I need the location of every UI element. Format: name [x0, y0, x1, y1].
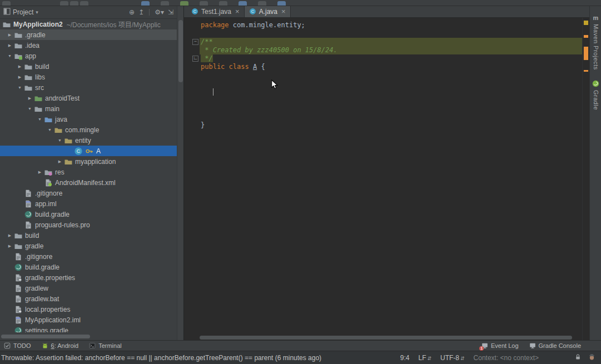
tree-row-entity[interactable]: ▼entity [0, 135, 177, 146]
scrollbar-thumb[interactable] [200, 336, 572, 340]
toolwindow-button-android[interactable]: 6: Android [41, 342, 79, 350]
tree-row-res[interactable]: ▶res [0, 167, 177, 177]
editor-horizontal-scrollbar[interactable] [200, 336, 580, 340]
tree-row-main[interactable]: ▼main [0, 103, 177, 114]
chevron-down-icon[interactable]: ▼ [16, 86, 24, 89]
code-line-13[interactable]: } [200, 121, 583, 129]
chevron-down-icon[interactable]: ▼ [56, 138, 64, 142]
lock-icon[interactable] [574, 353, 582, 362]
right-toolwindow-bar: m Maven Projects Gradle [589, 6, 601, 340]
tree-row-myapplication2-iml[interactable]: MyApplication2.iml [0, 315, 177, 325]
code-content[interactable]: package com.mingle.entity;/** * Created … [200, 18, 583, 335]
tab-test1-java[interactable]: CTest1.java× [187, 6, 245, 17]
tree-row-build[interactable]: ▶build [0, 61, 177, 72]
settings-target-icon[interactable]: ⊕ [129, 9, 135, 16]
tree-row-myapplication2[interactable]: MyApplication2~/Documents/ios 项目/MyAppli… [0, 19, 177, 29]
code-line-6[interactable]: public class A { [200, 63, 583, 71]
close-tab-icon[interactable]: × [281, 7, 286, 16]
line-separator-widget[interactable]: LF⇵ [418, 354, 431, 362]
gear-icon[interactable]: ⚙▾ [155, 9, 164, 16]
svg-text:C: C [77, 148, 81, 154]
tree-row-build[interactable]: ▶build [0, 230, 177, 241]
collapse-all-icon[interactable]: ↥ [138, 9, 144, 16]
code-line-8[interactable] [200, 79, 583, 88]
chevron-right-icon[interactable]: ▶ [16, 64, 24, 69]
chevron-right-icon[interactable]: ▶ [6, 233, 14, 238]
tree-row-gitignore[interactable]: .gitignore [0, 251, 177, 262]
fold-marker-icon[interactable]: − [192, 39, 198, 45]
hector-inspector-icon[interactable] [588, 353, 595, 362]
tree-row-myapplication[interactable]: ▶myapplication [0, 156, 177, 167]
tree-row-app-iml[interactable]: app.iml [0, 198, 177, 209]
event-log-badge: 1 [479, 346, 484, 351]
project-panel-title[interactable]: Project [13, 8, 33, 16]
tree-row-idea[interactable]: ▶.idea [0, 40, 177, 51]
toolwindow-button-gradle-console[interactable]: Gradle Console [529, 342, 581, 350]
chevron-right-icon[interactable]: ▶ [6, 33, 14, 37]
toolwindow-button-maven[interactable]: m Maven Projects [593, 6, 599, 70]
tab-a-java[interactable]: CA.java× [245, 6, 291, 17]
toolwindow-button-terminal[interactable]: Terminal [88, 342, 122, 350]
tree-row-gitignore[interactable]: .gitignore [0, 188, 177, 198]
chevron-right-icon[interactable]: ▶ [36, 170, 44, 174]
tree-row-libs[interactable]: ▶libs [0, 72, 177, 82]
tree-row-settings-gradle[interactable]: settings.gradle [0, 325, 177, 332]
context-widget[interactable]: Context: <no context> [474, 354, 539, 362]
code-line-4[interactable]: * Created by zzz40500 on 15/8/24. [200, 46, 583, 54]
chevron-down-icon[interactable]: ▼ [6, 54, 14, 58]
chevron-right-icon[interactable]: ▶ [6, 244, 14, 248]
hide-panel-icon[interactable]: ⇲ [168, 9, 173, 16]
code-token: com.mingle.entity; [233, 21, 305, 29]
scrollbar-thumb[interactable] [178, 20, 183, 82]
code-line-9[interactable] [200, 88, 583, 96]
toolwindow-button-todo[interactable]: TODO [3, 342, 31, 350]
chevron-right-icon[interactable]: ▶ [26, 96, 34, 101]
encoding-widget[interactable]: UTF-8⇵ [440, 354, 465, 362]
tree-row-proguard-rules-pro[interactable]: proguard-rules.pro [0, 220, 177, 230]
tree-row-androidtest[interactable]: ▶androidTest [0, 93, 177, 103]
tree-row-gradle[interactable]: ▶.gradle [0, 29, 177, 40]
tree-row-build-gradle[interactable]: build.gradle [0, 209, 177, 220]
chevron-down-icon[interactable]: ▾ [36, 9, 38, 15]
tree-row-app[interactable]: ▼app [0, 51, 177, 61]
chevron-right-icon[interactable]: ▶ [56, 159, 64, 164]
file-text-icon [24, 189, 33, 198]
scrollbar-thumb[interactable] [1, 335, 90, 338]
toolwindow-button-event-log[interactable]: 1 Event Log [481, 342, 519, 350]
status-message[interactable]: Throwable: Assertion failed: anchorBefor… [1, 354, 321, 362]
project-path: ~/Documents/ios 项目/MyApplic [67, 19, 161, 29]
tree-row-java[interactable]: ▼java [0, 114, 177, 124]
fold-marker-icon[interactable]: ∟ [192, 56, 198, 62]
tree-row-androidmanifest-xml[interactable]: AndroidManifest.xml [0, 177, 177, 188]
code-line-5[interactable]: */ [200, 54, 583, 63]
code-editor[interactable]: −∟ package com.mingle.entity;/** * Creat… [184, 18, 590, 340]
tree-row-gradlew-bat[interactable]: gradlew.bat [0, 293, 177, 304]
tree-row-a[interactable]: CA [0, 146, 177, 156]
chevron-down-icon[interactable]: ▼ [26, 107, 34, 111]
error-stripe[interactable] [582, 18, 590, 340]
tree-row-local-properties[interactable]: local.properties [0, 304, 177, 315]
close-tab-icon[interactable]: × [235, 7, 240, 16]
code-line-10[interactable] [200, 96, 583, 104]
chevron-down-icon[interactable]: ▼ [36, 117, 44, 121]
code-token: } [201, 121, 205, 129]
code-line-3[interactable]: /** [200, 38, 583, 46]
code-line-1[interactable]: package com.mingle.entity; [200, 21, 583, 29]
code-line-7[interactable] [200, 71, 583, 79]
chevron-down-icon[interactable]: ▼ [46, 128, 54, 132]
code-line-11[interactable] [200, 104, 583, 113]
tree-row-com-mingle[interactable]: ▼com.mingle [0, 124, 177, 135]
chevron-right-icon[interactable]: ▶ [6, 43, 14, 48]
tree-horizontal-scrollbar[interactable] [1, 335, 90, 338]
toolwindow-icon[interactable] [3, 8, 11, 17]
tree-row-gradle-properties[interactable]: gradle.properties [0, 272, 177, 283]
chevron-right-icon[interactable]: ▶ [16, 75, 24, 79]
tree-row-gradlew[interactable]: gradlew [0, 283, 177, 293]
code-line-12[interactable] [200, 113, 583, 121]
caret-position-widget[interactable]: 9:4 [400, 354, 410, 362]
tree-row-src[interactable]: ▼src [0, 82, 177, 93]
code-line-2[interactable] [200, 29, 583, 38]
toolwindow-button-gradle[interactable]: Gradle [592, 70, 599, 110]
tree-row-gradle[interactable]: ▶gradle [0, 241, 177, 251]
tree-row-build-gradle[interactable]: build.gradle [0, 262, 177, 272]
